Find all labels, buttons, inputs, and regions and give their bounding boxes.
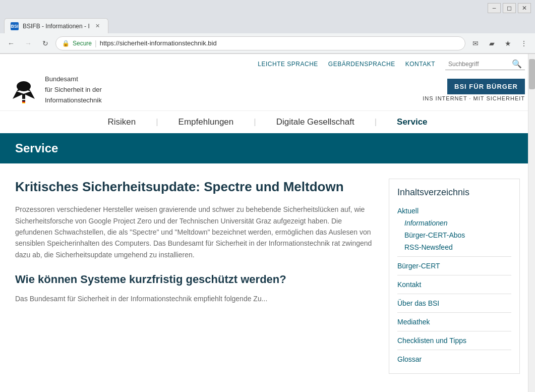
address-bar[interactable]: 🔒 Secure | https://sicherheit-informatio… [55, 36, 465, 50]
svg-rect-8 [22, 102, 25, 103]
toc-item-informationen[interactable]: Informationen [397, 217, 511, 229]
nav-digitale-gesellschaft[interactable]: Digitale Gesellschaft [276, 117, 354, 127]
gebaerdensprache-link[interactable]: GEBÄRDENSPRACHE [328, 61, 395, 68]
toc-separator-6 [397, 350, 511, 350]
leichte-sprache-link[interactable]: LEICHTE SPRACHE [258, 61, 318, 68]
toc-item-buerger-cert[interactable]: Bürger-CERT [397, 260, 511, 272]
url-separator: | [95, 39, 97, 47]
logo-area: Bundesamt für Sicherheit in der Informat… [10, 74, 102, 105]
refresh-button[interactable]: ↻ [38, 36, 52, 50]
minimize-button[interactable]: – [488, 3, 501, 13]
toc-item-mediathek[interactable]: Mediathek [397, 316, 511, 328]
bookmark-icon[interactable]: ✉ [468, 36, 483, 50]
toc-separator-4 [397, 312, 511, 313]
tab-close-button[interactable]: ✕ [94, 22, 102, 30]
secure-label: Secure [73, 40, 92, 47]
extensions-icon[interactable]: ▰ [485, 36, 499, 50]
search-input[interactable] [448, 61, 509, 68]
title-bar: – ◻ ✕ [0, 0, 535, 16]
org-name-line1: Bundesamt [45, 74, 102, 85]
logo-text: Bundesamt für Sicherheit in der Informat… [45, 74, 102, 105]
active-tab[interactable]: BSI BSIFB - Informationen - I ✕ [4, 18, 108, 33]
content-wrapper: Kritisches Sicherheitsupdate: Spectre un… [0, 163, 535, 384]
kontakt-link[interactable]: KONTAKT [405, 61, 435, 68]
nav-divider-3: | [375, 117, 377, 127]
main-content: Kritisches Sicherheitsupdate: Spectre un… [15, 179, 374, 374]
svg-marker-3 [13, 91, 24, 99]
back-button[interactable]: ← [4, 36, 18, 50]
search-box[interactable]: 🔍 [445, 58, 525, 70]
tab-favicon: BSI [11, 22, 19, 30]
close-button[interactable]: ✕ [518, 3, 531, 13]
nav-risiken[interactable]: Risiken [107, 117, 136, 127]
toc-separator-3 [397, 294, 511, 294]
browser-actions: ✉ ▰ ★ ⋮ [468, 36, 531, 50]
bsi-tagline: INS INTERNET · MIT SICHERHEIT [423, 95, 525, 101]
toc-title: Inhaltsverzeichnis [397, 187, 511, 198]
article-body: Prozessoren verschiedener Hersteller wei… [15, 204, 374, 260]
eagle-logo [10, 76, 38, 104]
article-title: Kritisches Sicherheitsupdate: Spectre un… [15, 179, 374, 196]
nav-empfehlungen[interactable]: Empfehlungen [179, 117, 234, 127]
svg-marker-4 [24, 91, 35, 99]
website: LEICHTE SPRACHE GEBÄRDENSPRACHE KONTAKT … [0, 54, 535, 384]
nav-divider-1: | [156, 117, 158, 127]
toc-separator-1 [397, 256, 511, 257]
restore-button[interactable]: ◻ [503, 3, 516, 13]
article-subtitle: Wie können Systeme kurzfristig geschützt… [15, 272, 374, 287]
search-icon[interactable]: 🔍 [512, 59, 522, 69]
bsi-badge[interactable]: BSI FÜR BÜRGER [447, 79, 525, 94]
utility-bar: LEICHTE SPRACHE GEBÄRDENSPRACHE KONTAKT … [0, 54, 535, 74]
forward-button[interactable]: → [21, 36, 35, 50]
nav-divider-2: | [254, 117, 256, 127]
nav-bar: ← → ↻ 🔒 Secure | https://sicherheit-info… [0, 33, 535, 53]
toc-separator-2 [397, 275, 511, 275]
svg-rect-6 [22, 100, 25, 101]
toc-item-aktuell[interactable]: Aktuell [397, 205, 511, 217]
secure-icon: 🔒 [62, 40, 70, 47]
svg-rect-5 [22, 94, 25, 99]
tab-title: BSIFB - Informationen - I [23, 23, 90, 30]
url-text: https://sicherheit-informationstechnik.b… [100, 39, 217, 47]
nav-service[interactable]: Service [397, 117, 428, 127]
toc-item-ueber-bsi[interactable]: Über das BSI [397, 297, 511, 309]
star-icon[interactable]: ★ [501, 36, 515, 50]
menu-icon[interactable]: ⋮ [517, 36, 531, 50]
tab-bar: BSI BSIFB - Informationen - I ✕ [0, 16, 535, 33]
sidebar-toc: Inhaltsverzeichnis Aktuell Informationen… [389, 179, 520, 374]
window-controls: – ◻ ✕ [488, 3, 531, 13]
browser-chrome: – ◻ ✕ BSI BSIFB - Informationen - I ✕ ← … [0, 0, 535, 54]
page-banner: Service [0, 133, 535, 163]
svg-rect-7 [22, 101, 25, 102]
toc-item-checklisten[interactable]: Checklisten und Tipps [397, 334, 511, 347]
page-banner-title: Service [15, 141, 520, 155]
site-header: Bundesamt für Sicherheit in der Informat… [0, 74, 535, 110]
main-nav: Risiken | Empfehlungen | Digitale Gesell… [0, 110, 535, 133]
bsi-badge-area: BSI FÜR BÜRGER INS INTERNET · MIT SICHER… [423, 79, 525, 101]
org-name-line3: Informationstechnik [45, 95, 102, 106]
org-name-line2: für Sicherheit in der [45, 85, 102, 95]
toc-item-cert-abos[interactable]: Bürger-CERT-Abos [397, 229, 511, 241]
scrollbar[interactable] [528, 54, 535, 384]
toc-item-kontakt[interactable]: Kontakt [397, 278, 511, 291]
toc-item-rss[interactable]: RSS-Newsfeed [397, 241, 511, 253]
article-body-2: Das Bundesamt für Sicherheit in der Info… [15, 293, 374, 304]
toc-separator-5 [397, 331, 511, 331]
toc-item-glossar[interactable]: Glossar [397, 353, 511, 365]
